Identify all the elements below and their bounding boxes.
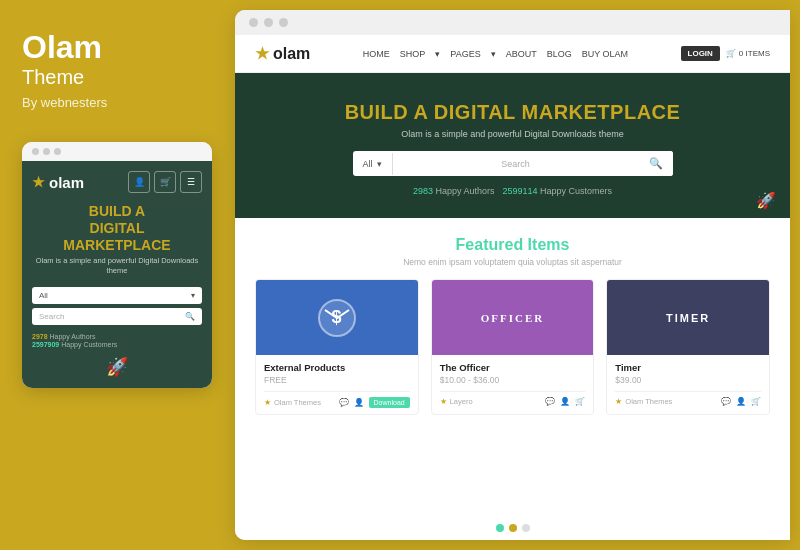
desktop-stats: 2983 Happy Authors 2599114 Happy Custome… (255, 186, 770, 196)
desktop-browser-content: ★ olam HOME SHOP ▾ PAGES ▾ ABOUT BLOG BU… (235, 35, 790, 540)
author-name-1: Olam Themes (274, 398, 321, 407)
product-card-3: TIMER Timer $39.00 ★ Olam Themes 💬 (606, 279, 770, 415)
brand-by: By webnesters (22, 95, 213, 110)
mobile-hero-sub: Olam is a simple and powerful Digital Do… (32, 256, 202, 277)
cart-button[interactable]: 🛒 0 ITEMS (726, 49, 770, 58)
mobile-logo-text: olam (49, 174, 84, 191)
featured-header: Featured Items Nemo enim ipsam voluptate… (255, 236, 770, 267)
download-button-1[interactable]: Download (369, 397, 410, 408)
mobile-search-row[interactable]: Search 🔍 (32, 308, 202, 325)
product-actions-2: ★ Layero 💬 👤 🛒 (440, 391, 586, 406)
product-card-2: OFFICER The Officer $10.00 - $36.00 ★ La… (431, 279, 595, 415)
mobile-cart-icon[interactable]: 🛒 (154, 171, 176, 193)
nav-about[interactable]: ABOUT (506, 49, 537, 59)
product-thumb-label-2: OFFICER (481, 312, 545, 324)
featured-title: Featured Items (255, 236, 770, 254)
mobile-authors-num: 2978 (32, 333, 48, 340)
search-magnify-icon: 🔍 (649, 157, 663, 170)
mobile-dot-3 (54, 148, 61, 155)
nav-home[interactable]: HOME (363, 49, 390, 59)
mobile-user-icon[interactable]: 👤 (128, 171, 150, 193)
desktop-star-icon: ★ (255, 44, 269, 63)
mobile-stats: 2978 Happy Authors 2597909 Happy Custome… (32, 333, 202, 348)
desktop-nav: ★ olam HOME SHOP ▾ PAGES ▾ ABOUT BLOG BU… (235, 35, 790, 73)
mobile-stat-customers: 2597909 Happy Customers (32, 341, 202, 348)
left-panel: Olam Theme By webnesters ★ olam 👤 🛒 ☰ (0, 0, 235, 550)
product-action-icons-1: 💬 👤 Download (339, 397, 410, 408)
hero-title-accent: DIGITAL MARKETPLACE (434, 101, 681, 123)
desktop-hero-title: BUILD A DIGITAL MARKETPLACE (255, 101, 770, 124)
cart-count: 0 ITEMS (739, 49, 770, 58)
nav-buy-olam[interactable]: BUY OLAM (582, 49, 628, 59)
search-button[interactable]: 🔍 (639, 151, 673, 176)
featured-grid: $ External Products FREE ★ Olam Themes (255, 279, 770, 415)
mobile-dot-1 (32, 148, 39, 155)
person-icon-1: 👤 (354, 398, 364, 407)
brand-subtitle: Theme (22, 65, 213, 89)
desktop-logo: ★ olam (255, 44, 310, 63)
bottom-dot-3[interactable] (522, 524, 530, 532)
search-chevron-icon: ▾ (377, 159, 382, 169)
mobile-hero-line3: MARKETPLACE (63, 237, 170, 253)
desktop-stat-customers: 2599114 Happy Customers (503, 186, 613, 196)
product-info-1: External Products FREE ★ Olam Themes 💬 👤… (256, 355, 418, 414)
product-info-2: The Officer $10.00 - $36.00 ★ Layero 💬 👤… (432, 355, 594, 412)
person-icon-3: 👤 (736, 397, 746, 406)
desktop-logo-text: olam (273, 45, 310, 63)
product-card-1: $ External Products FREE ★ Olam Themes (255, 279, 419, 415)
mobile-nav: ★ olam 👤 🛒 ☰ (32, 171, 202, 193)
desktop-hero: BUILD A DIGITAL MARKETPLACE Olam is a si… (235, 73, 790, 218)
mobile-mockup: ★ olam 👤 🛒 ☰ BUILD A DIGITAL MARKETPLACE… (22, 142, 212, 387)
desktop-customers-label: Happy Customers (540, 186, 612, 196)
mobile-select-label: All (39, 291, 48, 300)
product-thumb-3: TIMER (607, 280, 769, 355)
product-info-3: Timer $39.00 ★ Olam Themes 💬 👤 🛒 (607, 355, 769, 412)
mobile-menu-icon[interactable]: ☰ (180, 171, 202, 193)
nav-shop[interactable]: SHOP (400, 49, 426, 59)
mobile-stat-authors: 2978 Happy Authors (32, 333, 202, 340)
desktop-nav-links: HOME SHOP ▾ PAGES ▾ ABOUT BLOG BUY OLAM (363, 49, 628, 59)
brand-title: Olam (22, 30, 213, 65)
corner-astronaut-icon: 🚀 (756, 191, 776, 210)
nav-blog[interactable]: BLOG (547, 49, 572, 59)
product-actions-1: ★ Olam Themes 💬 👤 Download (264, 391, 410, 408)
desktop-dot-3 (279, 18, 288, 27)
desktop-authors-label: Happy Authors (435, 186, 494, 196)
mobile-search-icon: 🔍 (185, 312, 195, 321)
mobile-customers-num: 2597909 (32, 341, 59, 348)
mobile-select[interactable]: All ▾ (32, 287, 202, 304)
mobile-chevron-icon: ▾ (191, 291, 195, 300)
nav-pages[interactable]: PAGES (450, 49, 480, 59)
cart-icon-2: 🛒 (575, 397, 585, 406)
bottom-dot-2[interactable] (509, 524, 517, 532)
login-button[interactable]: LOGIN (681, 46, 720, 61)
search-select[interactable]: All ▾ (353, 153, 393, 175)
desktop-stat-authors: 2983 Happy Authors (413, 186, 495, 196)
mobile-hero-line1: BUILD A (89, 203, 145, 219)
search-input[interactable]: Search (393, 153, 639, 175)
desktop-dot-1 (249, 18, 258, 27)
mobile-hero-line2: DIGITAL (90, 220, 145, 236)
mobile-nav-icons: 👤 🛒 ☰ (128, 171, 202, 193)
product-thumb-label-3: TIMER (666, 312, 710, 324)
desktop-featured: Featured Items Nemo enim ipsam voluptate… (235, 218, 790, 516)
author-star-icon-3: ★ (615, 397, 622, 406)
hero-title-normal: BUILD A (345, 101, 428, 123)
product-actions-3: ★ Olam Themes 💬 👤 🛒 (615, 391, 761, 406)
product-name-1: External Products (264, 362, 410, 373)
product-price-1: FREE (264, 375, 410, 385)
mobile-footer-icon: 🚀 (32, 356, 202, 378)
author-name-3: Olam Themes (625, 397, 672, 406)
product-name-3: Timer (615, 362, 761, 373)
bottom-dot-1[interactable] (496, 524, 504, 532)
mobile-astronaut-icon: 🚀 (106, 356, 128, 378)
search-select-value: All (363, 159, 373, 169)
mobile-top-bar (22, 142, 212, 161)
mobile-search-placeholder: Search (39, 312, 64, 321)
external-products-icon: $ (317, 298, 357, 338)
cart-icon: 🛒 (726, 49, 736, 58)
featured-title-normal: Featured (456, 236, 524, 253)
person-icon-2: 👤 (560, 397, 570, 406)
mobile-star-icon: ★ (32, 174, 45, 190)
comment-icon-2: 💬 (545, 397, 555, 406)
